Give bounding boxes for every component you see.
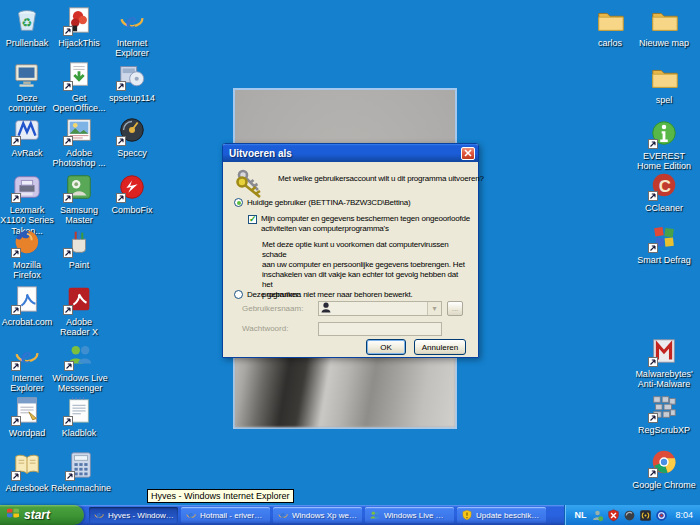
desktop-icon-label: Acrobat.com [2, 317, 53, 327]
desktop-icon-wordpad[interactable]: Wordpad [0, 395, 54, 438]
taskbar-task-3[interactable]: eWindows Xp werkb... [273, 507, 362, 523]
desktop-icon-samsung-master[interactable]: Samsung Master [52, 172, 106, 226]
checkbox-checked-icon: ✓ [248, 215, 257, 224]
desktop-icon-prullenbak[interactable]: ♻Prullenbak [0, 5, 54, 48]
desktop-icon-everest[interactable]: EVEREST Home Edition [631, 118, 697, 172]
task-label: Windows Xp werkb... [292, 511, 358, 520]
start-button[interactable]: start [0, 505, 84, 525]
taskbar-task-4[interactable]: Windows Live Mes... [365, 507, 454, 523]
everest-icon [649, 118, 679, 148]
folder-icon [649, 62, 679, 92]
password-input[interactable] [318, 322, 442, 336]
taskbar-task-2[interactable]: eHotmail - eriveram... [181, 507, 270, 523]
desktop-icon-label: Adobe Photoshop ... [52, 148, 106, 169]
desktop-icon-label: Kladblok [62, 428, 97, 438]
dialog-titlebar[interactable]: Uitvoeren als [223, 144, 478, 162]
desktop-icon-label: ComboFix [111, 205, 152, 215]
shortcut-arrow-icon [648, 243, 658, 253]
desktop-icon-internet-explorer-2[interactable]: eInternet Explorer [0, 340, 54, 394]
desktop-icon-hijackthis[interactable]: HijackThis [52, 5, 106, 48]
ok-button[interactable]: OK [366, 339, 406, 355]
svg-text:e: e [126, 7, 136, 33]
username-label: Gebruikersnaam: [242, 304, 303, 313]
desktop-icon-google-chrome[interactable]: Google Chrome [631, 447, 697, 490]
run-as-dialog: Uitvoeren als Met welke gebruikersaccoun… [222, 143, 479, 358]
dark-swirl-icon[interactable] [623, 509, 636, 522]
desktop-icon-combofix[interactable]: ComboFix [105, 172, 159, 215]
yellow-brackets-icon[interactable] [639, 509, 652, 522]
desktop-icon-label: Prullenbak [6, 38, 49, 48]
desktop-icon-spel[interactable]: spel [631, 62, 697, 105]
shortcut-arrow-icon [63, 26, 73, 36]
firefox-icon [12, 227, 42, 257]
desktop-icon-smart-defrag[interactable]: Smart Defrag [631, 222, 697, 265]
language-indicator[interactable]: NL [574, 510, 586, 520]
shortcut-arrow-icon [648, 191, 658, 201]
person-status-icon[interactable] [591, 509, 604, 522]
desktop-icon-carlos[interactable]: carlos [582, 5, 638, 48]
desktop-icon-ccleaner[interactable]: CCCleaner [631, 170, 697, 213]
samsung-icon [64, 172, 94, 202]
shortcut-arrow-icon [11, 416, 21, 426]
ccleaner-icon: C [649, 170, 679, 200]
lexmark-icon [12, 172, 42, 202]
desktop-icon-internet-explorer[interactable]: eInternet Explorer [105, 5, 159, 59]
taskbar-task-1[interactable]: eHyves - Windows I... [89, 507, 178, 523]
ie-icon: e [12, 340, 42, 370]
security-alert-shield-icon[interactable] [607, 509, 620, 522]
photoshop-icon [64, 115, 94, 145]
desktop-icon-windows-live-messenger[interactable]: Windows Live Messenger [52, 340, 108, 394]
shortcut-arrow-icon [11, 471, 21, 481]
svg-text:e: e [21, 342, 31, 368]
desktop-icon-spsetup114[interactable]: spsetup114 [105, 60, 159, 103]
shortcut-arrow-icon [116, 81, 126, 91]
svg-text:C: C [659, 177, 671, 196]
radio-this-user[interactable]: Deze gebruiker: [234, 290, 300, 299]
radio-current-user[interactable]: Huidige gebruiker (BETTINA-7BZW3CD\Betti… [234, 198, 410, 207]
desktop-icon-regscrubxp[interactable]: RegScrubXP [631, 392, 697, 435]
tray-icons [591, 509, 668, 522]
radio-selected-icon [234, 198, 243, 207]
desktop-icon-label: carlos [598, 38, 622, 48]
desktop-icon-label: Deze computer [0, 93, 54, 114]
shortcut-arrow-icon [63, 416, 73, 426]
shortcut-arrow-icon [648, 139, 658, 149]
desktop-icon-kladblok[interactable]: Kladblok [52, 395, 106, 438]
desktop-icon-label: Adresboek [5, 483, 48, 493]
desktop-icon-deze-computer[interactable]: Deze computer [0, 60, 54, 114]
desktop-icon-nieuwe-map[interactable]: Nieuwe map [631, 5, 697, 48]
desktop-icon-paint[interactable]: Paint [52, 227, 106, 270]
desktop[interactable]: ♻PrullenbakHijackThiseInternet ExplorerD… [0, 0, 700, 525]
desktop-icon-label: Google Chrome [632, 480, 696, 490]
cancel-button[interactable]: Annuleren [414, 339, 466, 355]
checkbox-protect-computer[interactable]: ✓ Mijn computer en gegevens beschermen t… [248, 214, 470, 234]
blue-badge-icon[interactable] [655, 509, 668, 522]
username-combo[interactable]: ▾ [318, 301, 442, 316]
desktop-icon-speccy[interactable]: Speccy [105, 115, 159, 158]
desktop-icon-adobe-photoshop[interactable]: Adobe Photoshop ... [52, 115, 106, 169]
desktop-icon-avrack[interactable]: AvRack [0, 115, 54, 158]
messenger-icon [369, 509, 381, 521]
radio-unselected-icon [234, 290, 243, 299]
taskbar-task-5[interactable]: Update beschikbaa... [457, 507, 546, 523]
desktop-icon-label: Mozilla Firefox [0, 260, 54, 281]
desktop-icon-acrobat-com[interactable]: Acrobat.com [0, 284, 54, 327]
chevron-down-icon[interactable]: ▾ [427, 302, 441, 315]
dialog-body: Met welke gebruikersaccount wilt u dit p… [226, 162, 475, 354]
desktop-icon-adresboek[interactable]: Adresboek [0, 450, 54, 493]
desktop-icon-adobe-reader-x[interactable]: Adobe Reader X [52, 284, 106, 338]
checkbox-protect-label: Mijn computer en gegevens beschermen teg… [261, 214, 470, 234]
close-icon[interactable] [461, 147, 475, 160]
desktop-icon-malwarebytes[interactable]: Malwarebytes' Anti-Malware [631, 336, 697, 390]
shortcut-arrow-icon [648, 468, 658, 478]
desktop-icon-mozilla-firefox[interactable]: Mozilla Firefox [0, 227, 54, 281]
password-label: Wachtwoord: [242, 324, 288, 333]
browse-button[interactable]: ... [447, 301, 463, 316]
desktop-icon-label: AvRack [12, 148, 43, 158]
shortcut-arrow-icon [63, 305, 73, 315]
run-as-keys-icon [234, 168, 266, 200]
desktop-icon-get-openoffice[interactable]: Get OpenOffice... [52, 60, 106, 114]
folder-icon [649, 5, 679, 35]
desktop-icon-rekenmachine[interactable]: Rekenmachine [52, 450, 110, 493]
ie-icon: e [93, 509, 105, 521]
